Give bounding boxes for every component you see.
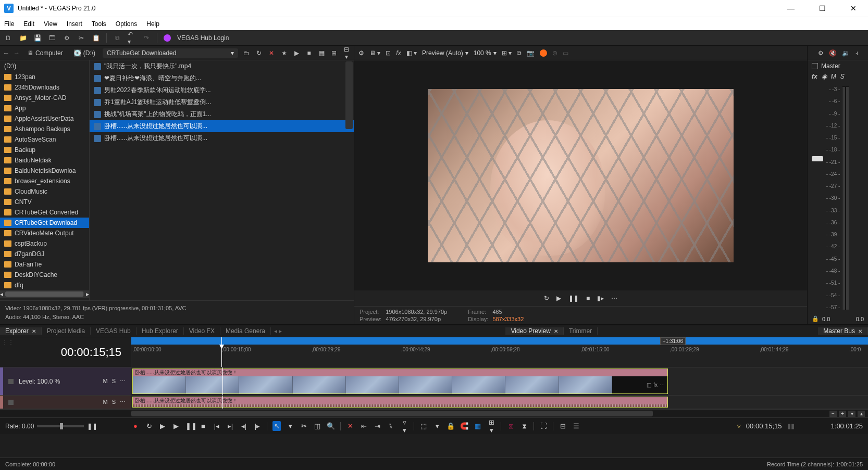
list-button[interactable]: ☰	[572, 422, 580, 430]
folder-item[interactable]: d7ganDGJ	[0, 249, 89, 259]
audio-track-header[interactable]: M S ⋯	[0, 396, 131, 409]
minimize-button[interactable]: —	[780, 4, 801, 12]
tab-close-icon[interactable]: ✕	[858, 328, 862, 334]
tab-vegas-hub[interactable]: VEGAS Hub	[91, 327, 137, 335]
open-icon[interactable]: 📁	[19, 34, 27, 42]
folder-item[interactable]: CloudMusic	[0, 186, 89, 197]
redo-icon[interactable]: ↷	[142, 34, 151, 42]
prev-adjust-icon[interactable]: ⊜	[552, 49, 557, 57]
normal-tool-button[interactable]: ↖	[272, 421, 281, 431]
folder-item[interactable]: Ashampoo Backups	[0, 124, 89, 134]
del-ripple-button[interactable]: ✕	[346, 422, 354, 430]
track-more-button[interactable]: ⋯	[120, 399, 126, 405]
track-color-icon[interactable]	[8, 379, 14, 384]
tab-trimmer[interactable]: Trimmer	[564, 327, 598, 335]
folder-item[interactable]: CRTubeGet Download	[0, 218, 89, 228]
marker-icon[interactable]: ▿	[737, 422, 741, 430]
menu-file[interactable]: File	[4, 20, 14, 28]
copy-icon[interactable]: ⧉	[113, 34, 121, 42]
prev-frame-button[interactable]: ◂|	[240, 422, 248, 430]
folder-item[interactable]: CRVideoMate Output	[0, 228, 89, 238]
tab-explorer[interactable]: Explorer✕	[0, 327, 42, 335]
file-item[interactable]: 男鞋2022春季新款休闲运动鞋软底学...	[90, 84, 354, 96]
folder-item[interactable]: AppleAssistUserData	[0, 113, 89, 124]
clip-crop-icon[interactable]: ◫	[647, 382, 651, 388]
folder-item[interactable]: App	[0, 103, 89, 113]
track-s-button[interactable]: S	[112, 399, 116, 405]
prev-split-icon[interactable]: ◧ ▾	[406, 49, 417, 57]
tab-video-fx[interactable]: Video FX	[184, 327, 220, 335]
folder-item[interactable]: CNTV	[0, 197, 89, 207]
prev-play-icon[interactable]: ▶	[556, 295, 561, 302]
audio-lane[interactable]: 卧槽......从来没想过她居然也可以演贝微微！	[131, 396, 868, 409]
play-icon[interactable]: ▶	[292, 49, 301, 57]
folder-item[interactable]: BaiduNetdiskDownloa	[0, 166, 89, 176]
play-start-button[interactable]: ▶	[158, 422, 167, 430]
go-start-button[interactable]: |◂	[213, 422, 221, 430]
audio-clip[interactable]: 卧槽......从来没想过她居然也可以演贝微微！	[132, 397, 668, 408]
folder-item[interactable]: dfq	[0, 280, 89, 290]
ignore-group-button[interactable]: ⊟	[559, 422, 567, 430]
file-item[interactable]: "我只活一次，我只要快乐".mp4	[90, 60, 354, 72]
path-dropdown[interactable]: CRTubeGet Downloaded ▾	[103, 48, 238, 58]
prev-external-icon[interactable]: 🖥 ▾	[369, 49, 380, 57]
cut-icon[interactable]: ✂	[77, 34, 85, 42]
file-item[interactable]: 乔1童鞋AJ1篮球鞋运动鞋低帮鸳鸯倒...	[90, 96, 354, 108]
track-m-button[interactable]: M	[103, 378, 107, 385]
track-s-button[interactable]: S	[112, 378, 116, 385]
prev-stop-icon[interactable]: ■	[586, 295, 590, 302]
track-color-icon[interactable]	[8, 400, 14, 405]
zoom-v-plus-button[interactable]: ▴	[858, 411, 865, 417]
file-item[interactable]: 挑战"机场高架"上的物资吃鸡，正面1...	[90, 108, 354, 120]
split-button[interactable]: ⑊	[387, 422, 395, 430]
prev-loop-icon[interactable]: ↻	[544, 295, 549, 302]
preview-quality-dropdown[interactable]: Preview (Auto) ▾	[422, 49, 468, 57]
expand-button[interactable]: ⛶	[539, 422, 548, 430]
play-button[interactable]: ▶	[172, 422, 180, 430]
prev-settings-icon[interactable]: ⚙	[358, 49, 364, 57]
mixer-dim-icon[interactable]: 🔉	[842, 49, 850, 57]
select-tool-button[interactable]: ◫	[313, 422, 321, 430]
mixer-s-button[interactable]: S	[840, 73, 845, 80]
stop-icon[interactable]: ■	[305, 49, 313, 57]
loop-button[interactable]: ↻	[145, 422, 153, 430]
loop-end-marker[interactable]: +1:31:06	[660, 337, 686, 345]
auto-ripple-button[interactable]: ⬚	[419, 422, 428, 430]
folder-item[interactable]: 123pan	[0, 72, 89, 82]
view2-icon[interactable]: ⊟ ▾	[342, 46, 351, 60]
tab-close-icon[interactable]: ✕	[554, 328, 558, 334]
tab-video-preview[interactable]: Video Preview✕	[505, 327, 564, 335]
prev-overlay-icon[interactable]: ⧉	[517, 49, 522, 57]
nav-fwd-icon[interactable]: →	[14, 49, 20, 57]
file-item[interactable]: 卧槽......从来没想过她居然也可以演...	[90, 132, 354, 144]
menu-options[interactable]: Options	[116, 20, 137, 28]
preview-zoom-dropdown[interactable]: 100 % ▾	[474, 49, 497, 57]
playhead[interactable]	[221, 337, 222, 367]
trim-start-button[interactable]: ⇤	[359, 422, 368, 430]
folder-item[interactable]: AutoSaveScan	[0, 134, 89, 145]
folder-item[interactable]: browser_extensions	[0, 176, 89, 186]
menu-help[interactable]: Help	[146, 20, 159, 28]
track-m-button[interactable]: M	[103, 399, 107, 405]
stop-button[interactable]: ■	[199, 422, 207, 430]
snap-grid-button[interactable]: ▦	[474, 422, 482, 430]
trim-end-button[interactable]: ⇥	[373, 422, 381, 430]
properties-icon[interactable]: ⚙	[63, 34, 71, 42]
maximize-button[interactable]: ☐	[812, 4, 833, 12]
save-icon[interactable]: 💾	[33, 34, 42, 42]
file-list[interactable]: "我只活一次，我只要快乐".mp4❤夏日补给❤海浪、晴空与奔跑的...男鞋202…	[90, 60, 354, 300]
folder-item[interactable]: csptBackup	[0, 238, 89, 249]
pause-button[interactable]: ❚❚	[185, 422, 194, 430]
lock-button[interactable]: 🔒	[447, 422, 455, 430]
prev-pause-icon[interactable]: ❚❚	[568, 295, 579, 302]
record-button[interactable]: ●	[131, 422, 140, 430]
folder-item[interactable]: BaiduNetdisk	[0, 155, 89, 166]
clip-fx-button[interactable]: fx	[653, 382, 658, 388]
tab-close-icon[interactable]: ✕	[32, 328, 36, 334]
tc-sep-icon[interactable]: ▮▮	[787, 422, 795, 430]
mixer-settings-icon[interactable]: ⚙	[818, 49, 824, 57]
nav-back-icon[interactable]: ←	[3, 49, 9, 57]
mixer-select-icon[interactable]	[812, 63, 818, 69]
tab-media-genera[interactable]: Media Genera	[220, 327, 271, 335]
rate-pause-icon[interactable]: ❚❚	[87, 423, 97, 430]
